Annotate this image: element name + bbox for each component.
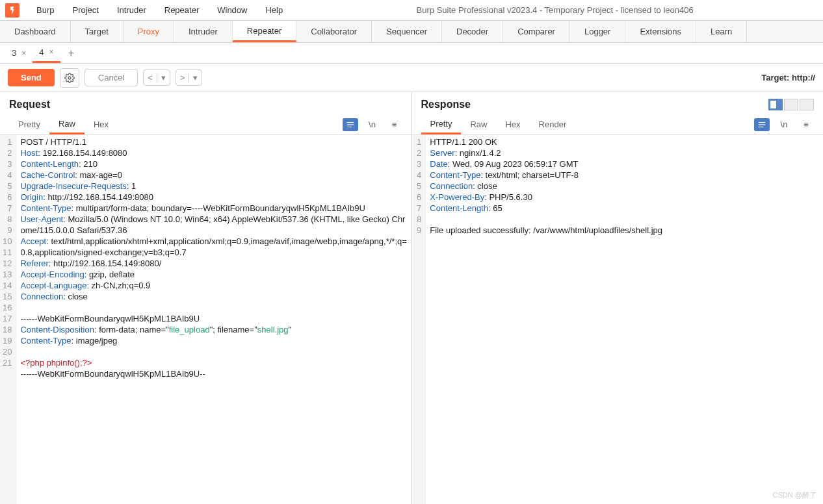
view-tab-hex[interactable]: Hex	[496, 114, 529, 134]
view-tab-raw[interactable]: Raw	[461, 114, 496, 134]
request-view-tabs: PrettyRawHex \n ≡	[0, 114, 412, 135]
response-pane: Response PrettyRawHexRender \n ≡ 1 2 3 4…	[412, 92, 824, 504]
menu-project[interactable]: Project	[63, 5, 107, 15]
tab-comparer[interactable]: Comparer	[503, 21, 570, 42]
tab-learn[interactable]: Learn	[696, 21, 747, 42]
svg-point-0	[68, 77, 71, 79]
menu-window[interactable]: Window	[208, 5, 256, 15]
close-icon[interactable]: ×	[21, 49, 26, 58]
response-view-tabs: PrettyRawHexRender \n ≡	[412, 114, 824, 135]
request-actions-icon[interactable]	[343, 118, 358, 131]
request-pane: Request PrettyRawHex \n ≡ 1 2 3 4 5 6 7 …	[0, 92, 412, 504]
tab-decoder[interactable]: Decoder	[442, 21, 503, 42]
svg-rect-1	[346, 121, 354, 122]
tab-sequencer[interactable]: Sequencer	[372, 21, 442, 42]
tab-proxy[interactable]: Proxy	[124, 21, 174, 42]
svg-rect-3	[346, 126, 351, 127]
view-tab-hex[interactable]: Hex	[85, 114, 118, 134]
nav-forward-button[interactable]: >▾	[176, 69, 203, 86]
svg-rect-6	[759, 126, 763, 127]
window-title: Burp Suite Professional v2023.4 - Tempor…	[292, 5, 818, 15]
menu-repeater[interactable]: Repeater	[155, 5, 208, 15]
request-menu-icon[interactable]: ≡	[387, 118, 402, 131]
request-editor[interactable]: 1 2 3 4 5 6 7 8 9 10 11 12 13 14 15 16 1…	[0, 135, 412, 504]
watermark: CSDN @醉了	[773, 490, 816, 500]
tab-dashboard[interactable]: Dashboard	[0, 21, 71, 42]
titlebar: BurpProjectIntruderRepeaterWindowHelp Bu…	[0, 0, 823, 21]
nav-back-button[interactable]: <▾	[143, 69, 170, 86]
response-editor[interactable]: 1 2 3 4 5 6 7 8 9 HTTP/1.1 200 OK Server…	[412, 135, 824, 504]
response-menu-icon[interactable]: ≡	[798, 118, 814, 131]
svg-rect-5	[759, 124, 766, 125]
layout-stack-icon[interactable]	[784, 99, 798, 110]
repeater-sub-tabs: 3×4× +	[0, 43, 823, 64]
repeater-tab-4[interactable]: 4×	[33, 43, 60, 63]
response-title: Response	[421, 99, 769, 110]
menu-burp[interactable]: Burp	[27, 5, 63, 15]
layout-split-icon[interactable]	[768, 99, 783, 110]
tab-collaborator[interactable]: Collaborator	[296, 21, 372, 42]
cancel-button[interactable]: Cancel	[85, 69, 138, 86]
settings-gear-icon[interactable]	[60, 68, 79, 88]
main-tab-bar: DashboardTargetProxyIntruderRepeaterColl…	[0, 21, 823, 43]
repeater-toolbar: Send Cancel <▾ >▾ Target: http://	[0, 64, 823, 92]
svg-rect-2	[346, 124, 354, 125]
add-tab-button[interactable]: +	[60, 47, 82, 59]
newline-icon[interactable]: \n	[365, 118, 380, 131]
request-response-panes: Request PrettyRawHex \n ≡ 1 2 3 4 5 6 7 …	[0, 92, 823, 504]
send-button[interactable]: Send	[8, 69, 55, 86]
view-tab-raw[interactable]: Raw	[49, 114, 85, 134]
target-label[interactable]: Target: http://	[761, 73, 815, 82]
menu-intruder[interactable]: Intruder	[108, 5, 155, 15]
tab-target[interactable]: Target	[71, 21, 124, 42]
tab-intruder[interactable]: Intruder	[174, 21, 233, 42]
request-title: Request	[9, 99, 402, 110]
tab-logger[interactable]: Logger	[570, 21, 625, 42]
layout-single-icon[interactable]	[800, 99, 814, 110]
repeater-tab-3[interactable]: 3×	[5, 43, 33, 63]
layout-switcher[interactable]	[768, 99, 814, 110]
view-tab-render[interactable]: Render	[530, 114, 576, 134]
menu-help[interactable]: Help	[256, 5, 292, 15]
view-tab-pretty[interactable]: Pretty	[421, 114, 462, 134]
tab-extensions[interactable]: Extensions	[625, 21, 696, 42]
tab-repeater[interactable]: Repeater	[233, 21, 296, 42]
newline-icon[interactable]: \n	[776, 118, 792, 131]
close-icon[interactable]: ×	[49, 47, 53, 57]
svg-rect-4	[759, 121, 766, 122]
view-tab-pretty[interactable]: Pretty	[9, 114, 49, 134]
burp-logo-icon	[5, 3, 20, 18]
response-actions-icon[interactable]	[754, 118, 770, 131]
